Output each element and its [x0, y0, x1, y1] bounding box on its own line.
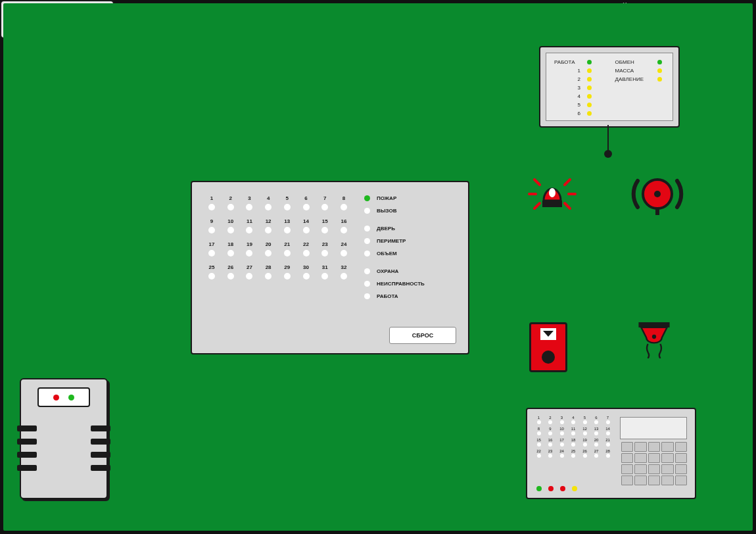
kpb-hanger: [607, 125, 609, 151]
ipanel-zones: 1234567891011121314151617181920212223242…: [534, 416, 613, 460]
light-alarm-icon: [523, 168, 582, 219]
sound-alarm-icon: [628, 168, 687, 219]
indication-zones: 1234567891011121314151617181920212223242…: [204, 195, 352, 287]
callpoint-arrow-icon: [540, 328, 556, 340]
device-instrument-panel: 1234567891011121314151617181920212223242…: [526, 408, 696, 499]
svg-line-2: [534, 180, 540, 185]
svg-point-7: [549, 188, 555, 197]
kpb-left-0: РАБОТА: [553, 59, 582, 66]
callpoint-button: [542, 351, 555, 364]
kpb-left-3: 3: [553, 84, 582, 91]
kpb-left-6: 6: [553, 110, 582, 117]
reset-button[interactable]: СБРОС: [389, 327, 456, 344]
device-backup-power: [20, 378, 108, 499]
device-exit-sign: ВЫХОД: [0, 0, 114, 39]
device-smoke-detector: [628, 322, 680, 358]
svg-line-3: [565, 180, 570, 185]
kpb-right-1: МАССА: [614, 67, 653, 74]
indication-status: ПОЖАРВЫЗОВДВЕРЬПЕРИМЕТРОБЪЕМОХРАНАНЕИСПР…: [364, 195, 456, 306]
kpb-right-2: ДАВЛЕНИЕ: [614, 76, 653, 83]
ipanel-screen: [620, 417, 687, 439]
kpb-left-4: 4: [553, 93, 582, 100]
ipanel-led-row: [536, 486, 577, 491]
kpb-hanger-ball: [604, 150, 612, 158]
device-indication: 1234567891011121314151617181920212223242…: [191, 181, 469, 354]
kpb-right-0: ОБМЕН: [614, 59, 653, 66]
ipanel-keys: [621, 442, 687, 485]
device-kpb: РАБОТА ОБМЕН 1 МАССА 2 ДАВЛЕНИЕ 3 4 5 6: [539, 46, 680, 128]
kpb-left-5: 5: [553, 101, 582, 109]
svg-rect-10: [655, 207, 659, 215]
backup-led-panel: [37, 387, 90, 407]
device-call-point: [529, 322, 567, 372]
svg-line-5: [565, 203, 570, 208]
svg-point-9: [654, 191, 661, 197]
kpb-left-1: 1: [553, 67, 582, 74]
kpb-left-2: 2: [553, 76, 582, 83]
svg-line-4: [534, 203, 540, 208]
svg-point-12: [652, 335, 656, 339]
